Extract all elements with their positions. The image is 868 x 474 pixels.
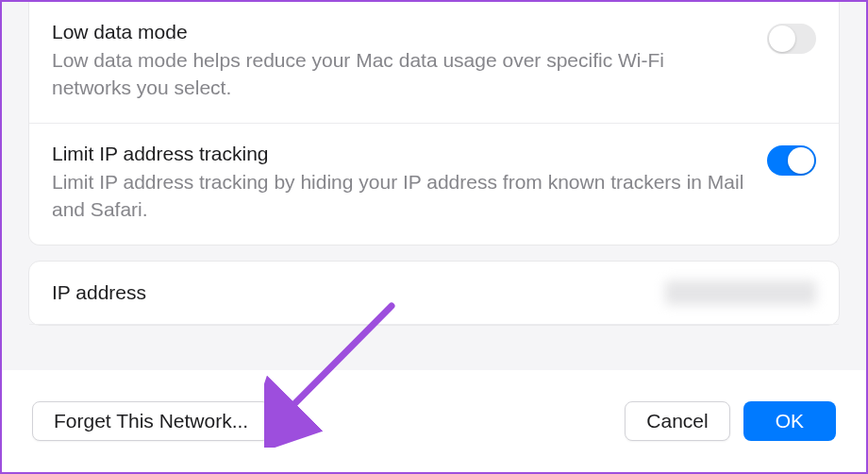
limit-ip-tracking-desc: Limit IP address tracking by hiding your…	[52, 169, 748, 224]
low-data-mode-toggle[interactable]	[767, 24, 816, 54]
low-data-mode-title: Low data mode	[52, 21, 748, 43]
low-data-mode-row: Low data mode Low data mode helps reduce…	[29, 2, 839, 124]
cancel-button[interactable]: Cancel	[625, 401, 729, 441]
settings-panel-1: Low data mode Low data mode helps reduce…	[28, 2, 840, 245]
limit-ip-tracking-title: Limit IP address tracking	[52, 143, 748, 165]
footer-right-buttons: Cancel OK	[625, 401, 836, 441]
forget-network-button[interactable]: Forget This Network...	[32, 401, 270, 441]
settings-content: Low data mode Low data mode helps reduce…	[2, 2, 866, 372]
low-data-mode-desc: Low data mode helps reduce your Mac data…	[52, 47, 748, 102]
limit-ip-tracking-toggle[interactable]	[767, 145, 816, 176]
ip-address-row: IP address	[29, 262, 839, 325]
ip-address-label: IP address	[52, 281, 146, 304]
ok-button[interactable]: OK	[743, 401, 836, 441]
low-data-mode-text: Low data mode Low data mode helps reduce…	[52, 21, 767, 102]
limit-ip-tracking-text: Limit IP address tracking Limit IP addre…	[52, 143, 767, 224]
ip-address-value-blurred	[665, 280, 816, 305]
dialog-footer: Forget This Network... Cancel OK	[2, 370, 866, 472]
settings-panel-2: IP address	[28, 261, 840, 326]
limit-ip-tracking-row: Limit IP address tracking Limit IP addre…	[29, 124, 839, 245]
